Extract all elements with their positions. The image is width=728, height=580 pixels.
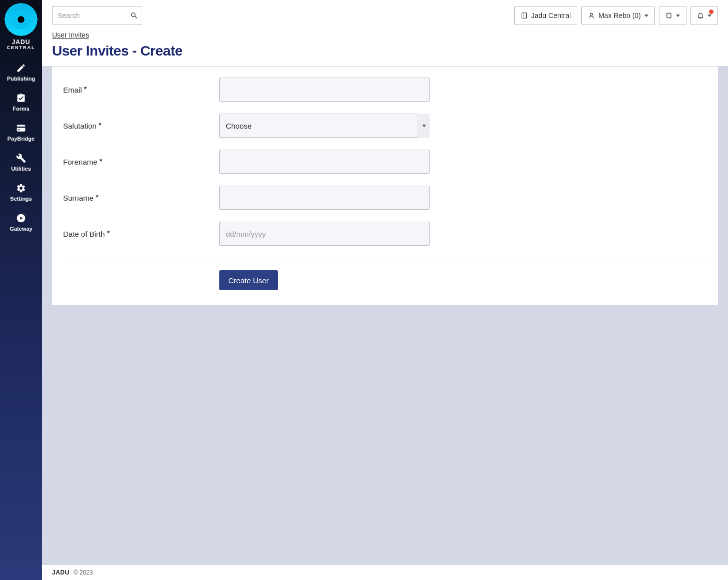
notifications-button[interactable]	[690, 6, 718, 25]
dob-label: Date of Birth*	[63, 230, 219, 238]
wrench-icon	[16, 153, 27, 164]
card-icon	[16, 123, 27, 134]
search-input[interactable]	[52, 6, 142, 25]
svg-rect-0	[522, 13, 526, 19]
form-row-surname: Surname*	[63, 186, 707, 210]
chevron-down-icon	[707, 15, 711, 17]
bell-icon	[697, 12, 704, 19]
salutation-select[interactable]: Choose	[219, 114, 430, 138]
form-row-salutation: Salutation* Choose	[63, 114, 707, 138]
content-area: Email* Salutation* Choose	[42, 67, 728, 564]
email-input[interactable]	[219, 78, 430, 102]
sidebar-item-label: Publishing	[7, 76, 35, 82]
chevron-down-icon	[676, 15, 680, 17]
salutation-label: Salutation*	[63, 122, 219, 130]
clipboard-icon	[16, 93, 27, 104]
app-button-label: Jadu Central	[531, 12, 571, 20]
topbar: Jadu Central Max Rebo (0)	[42, 0, 728, 67]
form-row-dob: Date of Birth*	[63, 222, 707, 246]
sidebar-item-paybridge[interactable]: PayBridge	[0, 118, 42, 148]
sidebar-item-settings[interactable]: Settings	[0, 178, 42, 208]
breadcrumb-link[interactable]: User Invites	[52, 31, 89, 39]
sidebar-item-gateway[interactable]: Gateway	[0, 208, 42, 238]
dob-input[interactable]	[219, 222, 430, 246]
form-panel: Email* Salutation* Choose	[52, 67, 718, 305]
brand-logo[interactable]: JADU CENTRAL	[5, 3, 38, 51]
email-label: Email*	[63, 86, 219, 94]
sidebar-item-label: Settings	[10, 196, 32, 202]
surname-input[interactable]	[219, 186, 430, 210]
gear-icon	[16, 183, 27, 194]
pencil-icon	[16, 63, 27, 74]
user-icon	[588, 12, 595, 19]
forename-input[interactable]	[219, 150, 430, 174]
user-button-label: Max Rebo (0)	[598, 12, 641, 20]
search-icon[interactable]	[130, 12, 138, 20]
main-area: Jadu Central Max Rebo (0)	[42, 0, 728, 580]
forename-label: Forename*	[63, 158, 219, 166]
sidebar-item-label: Forms	[13, 106, 30, 112]
sidebar-item-label: Gateway	[10, 226, 32, 232]
form-row-forename: Forename*	[63, 150, 707, 174]
book-icon	[665, 12, 672, 19]
sidebar-item-label: Utilities	[11, 166, 31, 172]
brand-name: JADU CENTRAL	[7, 39, 36, 51]
footer: JADU © 2023	[42, 564, 728, 580]
page-title: User Invites - Create	[52, 43, 718, 59]
sidebar-item-forms[interactable]: Forms	[0, 88, 42, 118]
building-icon	[521, 12, 528, 19]
sidebar-item-publishing[interactable]: Publishing	[0, 58, 42, 88]
sidebar: JADU CENTRAL Publishing Forms PayBridge …	[0, 0, 42, 580]
sidebar-item-label: PayBridge	[8, 136, 35, 142]
user-menu-button[interactable]: Max Rebo (0)	[581, 6, 655, 25]
breadcrumb: User Invites	[52, 31, 718, 39]
chevron-down-icon	[644, 15, 648, 17]
footer-brand: JADU	[52, 569, 70, 576]
circle-arrow-icon	[16, 213, 27, 224]
form-row-email: Email*	[63, 78, 707, 102]
form-divider	[63, 258, 707, 258]
sidebar-item-utilities[interactable]: Utilities	[0, 148, 42, 178]
footer-copyright: © 2023	[74, 569, 93, 576]
svg-point-1	[590, 13, 593, 16]
surname-label: Surname*	[63, 194, 219, 202]
app-switcher-button[interactable]: Jadu Central	[514, 6, 577, 25]
search-wrap	[52, 6, 142, 25]
book-menu-button[interactable]	[659, 6, 686, 25]
logo-ring-icon	[5, 3, 38, 36]
notification-dot-icon	[709, 10, 713, 14]
create-user-button[interactable]: Create User	[219, 270, 278, 290]
